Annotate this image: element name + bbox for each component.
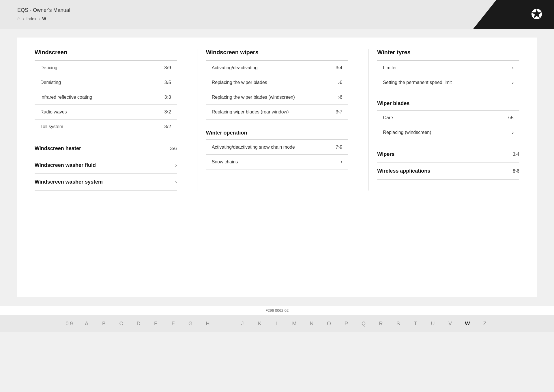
column-winter: Winter tyres Limiter › Setting the perma… — [377, 49, 519, 191]
col1-group: De-icing 3›9 Demisting 3›5 Infrared refl… — [35, 60, 177, 134]
winter-operation-title: Winter operation — [206, 125, 348, 140]
col3-group2: Care 7›5 Replacing (windscreen) › — [377, 110, 519, 140]
item-label: Replacing wiper blades (rear win­dow) — [212, 109, 336, 115]
alpha-R[interactable]: R — [372, 315, 390, 332]
list-item[interactable]: Replacing the wiper blades (wind­screen)… — [206, 90, 348, 105]
wireless-applications-link[interactable]: Wireless applications 8›6 — [377, 163, 519, 180]
list-item[interactable]: Activating/deactivating 3›4 — [206, 61, 348, 75]
item-page: 3›3 — [164, 95, 171, 100]
item-page: 3›9 — [164, 65, 171, 70]
breadcrumb-index[interactable]: Index — [27, 16, 36, 21]
list-item[interactable]: Infrared reflective coating 3›3 — [35, 90, 177, 105]
document-code: F296 0062 02 — [265, 308, 289, 313]
item-page: 3›4 — [336, 65, 342, 70]
alpha-G[interactable]: G — [182, 315, 199, 332]
alpha-Q[interactable]: Q — [355, 315, 372, 332]
alpha-F[interactable]: F — [164, 315, 182, 332]
breadcrumb-chevron1: › — [23, 16, 24, 21]
windscreen-heater-link[interactable]: Windscreen heater 3›6 — [35, 140, 177, 157]
column-wipers: Windscreen wipers Activating/deactivatin… — [206, 49, 360, 191]
item-label: Snow chains — [212, 159, 341, 165]
alpha-I[interactable]: I — [216, 315, 234, 332]
item-label: Replacing the wiper blades — [212, 80, 338, 85]
col2-title: Windscreen wipers — [206, 49, 348, 56]
list-item[interactable]: Limiter › — [377, 61, 519, 75]
logo-area: ✪ — [473, 0, 554, 29]
list-item[interactable]: Demisting 3›5 — [35, 75, 177, 90]
header: EQS - Owner's Manual ⌂ › Index › W ✪ — [0, 0, 554, 29]
wipers-link[interactable]: Wipers 3›4 — [377, 146, 519, 163]
item-page: 7›9 — [336, 145, 342, 150]
col3-group1: Limiter › Setting the permanent speed li… — [377, 60, 519, 90]
item-page: ›6 — [338, 80, 342, 85]
list-item[interactable]: Care 7›5 — [377, 111, 519, 125]
col1-title: Windscreen — [35, 49, 177, 56]
bold-link-label: Wipers — [377, 151, 394, 157]
bold-link-label: Windscreen washer fluid — [35, 162, 96, 168]
manual-title: EQS - Owner's Manual — [17, 7, 70, 13]
list-item[interactable]: De-icing 3›9 — [35, 61, 177, 75]
list-item[interactable]: Toll system 3›2 — [35, 120, 177, 134]
alpha-K[interactable]: K — [251, 315, 268, 332]
breadcrumb-chevron2: › — [39, 16, 40, 21]
windscreen-washer-system-link[interactable]: Windscreen washer system › — [35, 174, 177, 191]
item-page: 3›7 — [336, 109, 342, 115]
item-label: Infrared reflective coating — [40, 95, 164, 100]
home-icon[interactable]: ⌂ — [17, 16, 20, 22]
alpha-E[interactable]: E — [147, 315, 164, 332]
bold-link-page: 8›6 — [513, 169, 519, 174]
item-label: Radio waves — [40, 109, 164, 115]
item-label: Demisting — [40, 80, 164, 85]
alpha-U[interactable]: U — [424, 315, 441, 332]
alphabet-footer: 0 9 A B C D E F G H I J K L M N O P Q R … — [0, 315, 554, 332]
alpha-Z[interactable]: Z — [476, 315, 493, 332]
list-item[interactable]: Snow chains › — [206, 155, 348, 169]
item-page: › — [341, 159, 342, 165]
list-item[interactable]: Replacing wiper blades (rear win­dow) 3›… — [206, 105, 348, 120]
item-label: Activating/deactivating — [212, 65, 336, 70]
item-label: Setting the permanent speed limit — [383, 80, 512, 85]
alpha-N[interactable]: N — [303, 315, 320, 332]
bold-link-label: Wireless applications — [377, 168, 430, 174]
column-windscreen: Windscreen De-icing 3›9 Demisting 3›5 In… — [35, 49, 188, 191]
breadcrumb-current: W — [42, 16, 46, 21]
alpha-H[interactable]: H — [199, 315, 216, 332]
list-item[interactable]: Replacing (windscreen) › — [377, 125, 519, 140]
item-page: › — [512, 130, 514, 135]
list-item[interactable]: Activating/deactivating snow chain mode … — [206, 140, 348, 155]
alpha-A[interactable]: A — [78, 315, 95, 332]
alpha-L[interactable]: L — [268, 315, 286, 332]
col2-group: Activating/deactivating 3›4 Replacing th… — [206, 60, 348, 120]
col2-sub-group: Activating/deactivating snow chain mode … — [206, 140, 348, 169]
list-item[interactable]: Setting the permanent speed limit › — [377, 75, 519, 90]
bold-link-page: 3›4 — [513, 152, 519, 157]
item-page: 3›2 — [164, 124, 171, 129]
item-label: Replacing the wiper blades (wind­screen) — [212, 95, 338, 100]
alpha-O[interactable]: O — [320, 315, 338, 332]
alpha-D[interactable]: D — [130, 315, 147, 332]
item-page: 3›2 — [164, 109, 171, 115]
alpha-09[interactable]: 0 9 — [61, 315, 78, 332]
bold-link-label: Windscreen washer system — [35, 179, 103, 185]
list-item[interactable]: Replacing the wiper blades ›6 — [206, 75, 348, 90]
list-item[interactable]: Radio waves 3›2 — [35, 105, 177, 120]
alpha-J[interactable]: J — [234, 315, 251, 332]
item-label: Replacing (windscreen) — [383, 130, 512, 135]
divider2 — [368, 49, 368, 191]
windscreen-washer-fluid-link[interactable]: Windscreen washer fluid › — [35, 157, 177, 174]
item-page: › — [512, 65, 514, 70]
bold-link-page: › — [175, 180, 177, 185]
alpha-W[interactable]: W — [459, 315, 476, 332]
item-page: ›6 — [338, 95, 342, 100]
alpha-S[interactable]: S — [390, 315, 407, 332]
item-label: Care — [383, 115, 507, 120]
item-page: 3›5 — [164, 80, 171, 85]
alpha-P[interactable]: P — [338, 315, 355, 332]
alpha-M[interactable]: M — [286, 315, 303, 332]
alpha-V[interactable]: V — [441, 315, 459, 332]
alpha-C[interactable]: C — [113, 315, 130, 332]
footer-code: F296 0062 02 — [0, 306, 554, 315]
alpha-T[interactable]: T — [407, 315, 424, 332]
alpha-B[interactable]: B — [95, 315, 113, 332]
bold-link-label: Windscreen heater — [35, 145, 81, 152]
